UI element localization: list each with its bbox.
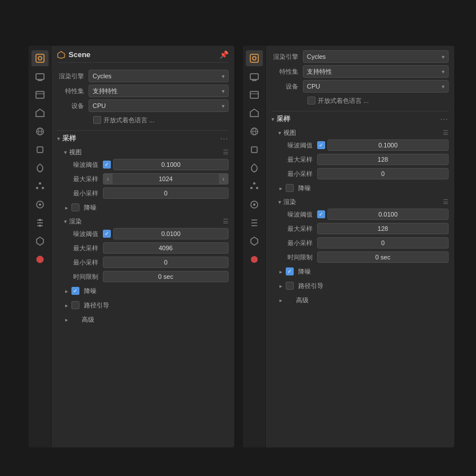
right-render-min-samples-value[interactable]: 0	[317, 237, 449, 249]
viewport-noise-threshold-checkbox[interactable]: ✓	[103, 161, 111, 169]
right-viewport-collapse-arrow	[278, 130, 281, 136]
right-render-time-limit-row: 时间限制 0 sec	[271, 251, 449, 263]
open-shading-checkbox[interactable]	[93, 116, 101, 124]
right-render-denoise-checkbox[interactable]: ✓	[286, 267, 294, 275]
right-viewport-min-samples-value[interactable]: 0	[317, 168, 449, 179]
viewport-max-samples-increase[interactable]: ›	[219, 174, 228, 184]
feature-set-value: 支持特性	[93, 87, 118, 95]
viewport-min-samples-value[interactable]: 0	[103, 187, 229, 199]
right-render-noise-threshold-row: 噪波阈值 ✓ 0.0100	[271, 208, 449, 221]
render-denoise-checkbox[interactable]: ✓	[71, 287, 79, 295]
render-denoise-row[interactable]: ✓ 降噪	[57, 285, 229, 297]
left-sidebar	[29, 46, 51, 447]
sidebar-output-icon[interactable]	[31, 69, 49, 85]
right-viewport-denoise-checkbox[interactable]	[286, 184, 294, 192]
sampling-section-header[interactable]: 采样 ⋯	[57, 130, 229, 146]
render-engine-select[interactable]: Cycles	[89, 70, 229, 82]
right-sampling-section-header[interactable]: 采样 ⋯	[271, 111, 449, 127]
right-sidebar-object-icon[interactable]	[246, 142, 263, 158]
sidebar-constraint-icon[interactable]	[31, 215, 49, 231]
render-time-limit-value[interactable]: 0 sec	[103, 271, 229, 282]
svg-rect-0	[36, 54, 44, 62]
feature-set-select[interactable]: 支持特性	[89, 85, 229, 97]
render-noise-threshold-label: 噪波阈值	[69, 230, 103, 238]
svg-rect-20	[250, 91, 258, 98]
sidebar-viewlayer-icon[interactable]	[31, 87, 49, 103]
right-viewport-noise-threshold-value[interactable]: 0.1000	[327, 139, 449, 151]
svg-rect-19	[250, 74, 258, 79]
panel-title: Scene	[69, 50, 216, 59]
sidebar-modifier-icon[interactable]	[31, 160, 49, 176]
render-engine-arrow	[222, 73, 225, 79]
render-max-samples-value[interactable]: 4096	[103, 242, 229, 254]
right-viewport-max-samples-label: 最大采样	[283, 155, 317, 164]
right-sidebar-modifier-icon[interactable]	[246, 160, 263, 176]
right-feature-set-select[interactable]: 支持特性	[303, 65, 449, 78]
right-render-noise-threshold-checkbox[interactable]: ✓	[317, 210, 325, 218]
right-sidebar-data-icon[interactable]	[246, 233, 263, 249]
right-render-noise-threshold-value[interactable]: 0.0100	[327, 209, 449, 220]
viewport-denoise-label: 降噪	[84, 203, 97, 212]
right-render-subsection-header[interactable]: 渲染 ☰	[271, 196, 449, 208]
sidebar-physics-icon[interactable]	[31, 197, 49, 213]
right-viewport-denoise-row[interactable]: 降噪	[271, 182, 449, 194]
right-render-time-limit-value[interactable]: 0 sec	[317, 251, 449, 263]
viewport-max-samples-stepper[interactable]: ‹ 1024 ›	[103, 173, 229, 185]
svg-rect-25	[251, 147, 257, 153]
right-render-engine-label: 渲染引擎	[271, 53, 303, 61]
right-sidebar-output-icon[interactable]	[246, 69, 263, 85]
right-sidebar-viewlayer-icon[interactable]	[246, 87, 263, 103]
right-viewport-noise-threshold-checkbox[interactable]: ✓	[317, 141, 325, 149]
right-render-engine-select[interactable]: Cycles	[303, 50, 449, 63]
feature-set-label: 特性集	[57, 87, 89, 95]
render-noise-threshold-value[interactable]: 0.0100	[113, 228, 229, 239]
right-viewport-max-samples-value[interactable]: 128	[317, 154, 449, 165]
right-path-guide-row[interactable]: 路径引导	[271, 279, 449, 292]
svg-point-11	[42, 187, 44, 189]
viewport-denoise-row[interactable]: 降噪	[57, 201, 229, 214]
viewport-collapse-arrow	[64, 149, 67, 155]
advanced-row[interactable]: 高级	[57, 313, 229, 326]
sidebar-scene-icon[interactable]	[31, 105, 49, 121]
viewport-min-samples-row: 最小采样 0	[57, 187, 229, 199]
render-min-samples-value[interactable]: 0	[103, 257, 229, 268]
right-render-max-samples-value[interactable]: 128	[317, 223, 449, 234]
sidebar-render-icon[interactable]	[31, 50, 49, 66]
svg-point-31	[251, 256, 258, 263]
viewport-noise-threshold-value[interactable]: 0.1000	[113, 159, 229, 170]
render-min-samples-label: 最小采样	[69, 258, 103, 267]
right-panel: 渲染引擎 Cycles 特性集 支持特性 设备 CPU	[243, 46, 454, 447]
right-render-time-limit-label: 时间限制	[283, 253, 317, 262]
path-guide-checkbox[interactable]	[71, 301, 79, 309]
right-device-row: 设备 CPU	[271, 80, 449, 93]
right-sidebar-scene-icon[interactable]	[246, 105, 263, 121]
sidebar-material-icon[interactable]	[31, 251, 49, 267]
render-noise-threshold-checkbox[interactable]: ✓	[103, 230, 111, 238]
viewport-denoise-checkbox[interactable]	[71, 203, 79, 211]
sidebar-data-icon[interactable]	[31, 233, 49, 249]
right-sidebar-render-icon[interactable]	[246, 50, 263, 66]
render-subsection-header[interactable]: 渲染 ☰	[57, 215, 229, 227]
sidebar-object-icon[interactable]	[31, 142, 49, 158]
right-advanced-row[interactable]: 高级	[271, 294, 449, 306]
right-sidebar-constraint-icon[interactable]	[246, 215, 263, 231]
right-sidebar-world-icon[interactable]	[246, 123, 263, 139]
right-viewport-noise-threshold-field: ✓ 0.1000	[317, 139, 449, 151]
viewport-max-samples-decrease[interactable]: ‹	[103, 174, 113, 184]
viewport-subsection-header[interactable]: 视图 ☰	[57, 146, 229, 158]
right-render-denoise-row[interactable]: ✓ 降噪	[271, 265, 449, 278]
sidebar-particles-icon[interactable]	[31, 178, 49, 194]
svg-rect-17	[250, 54, 258, 62]
right-sidebar-particles-icon[interactable]	[246, 178, 263, 194]
right-path-guide-checkbox[interactable]	[286, 282, 294, 290]
right-sidebar-material-icon[interactable]	[246, 251, 263, 267]
device-select[interactable]: CPU	[89, 99, 229, 112]
right-sidebar-physics-icon[interactable]	[246, 197, 263, 213]
sampling-dots: ⋯	[220, 134, 229, 143]
sidebar-world-icon[interactable]	[31, 123, 49, 139]
right-device-select[interactable]: CPU	[303, 80, 449, 93]
pin-icon[interactable]: 📌	[219, 50, 229, 59]
right-open-shading-checkbox[interactable]	[307, 97, 315, 105]
right-viewport-subsection-header[interactable]: 视图 ☰	[271, 127, 449, 139]
path-guide-row[interactable]: 路径引导	[57, 299, 229, 311]
